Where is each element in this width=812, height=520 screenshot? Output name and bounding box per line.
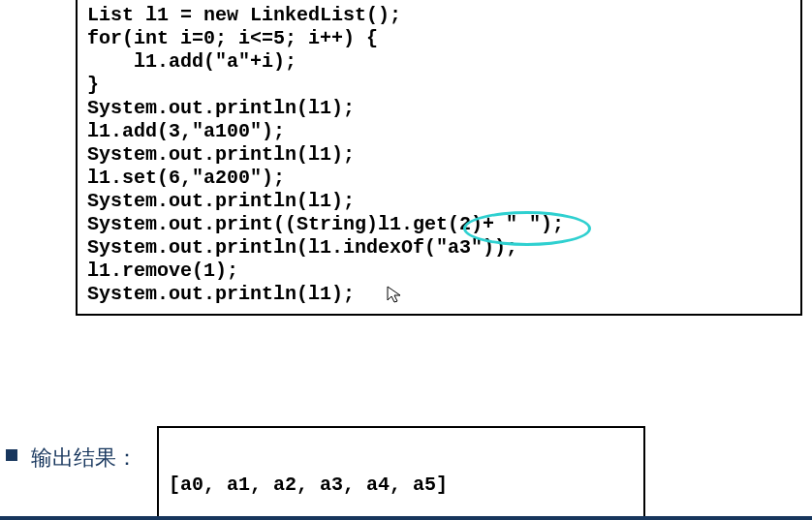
footer-bar — [0, 516, 812, 520]
mouse-cursor-icon — [386, 285, 405, 304]
code-line: List l1 = new LinkedList(); — [87, 4, 791, 27]
code-line: l1.remove(1); — [87, 260, 791, 283]
code-line: l1.add(3,"a100"); — [87, 120, 791, 143]
code-line: System.out.println(l1); — [87, 190, 791, 213]
code-block: List l1 = new LinkedList(); for(int i=0;… — [76, 0, 802, 316]
code-line: l1.add("a"+i); — [87, 50, 791, 74]
output-line: [a0, a1, a2, a3, a4, a5] — [169, 474, 634, 496]
code-line: System.out.println(l1); — [87, 143, 791, 167]
code-line: l1.set(6,"a200"); — [87, 167, 791, 190]
bullet-icon — [6, 449, 17, 461]
output-row: 输出结果： [a0, a1, a2, a3, a4, a5] [a0, a1, … — [0, 426, 812, 520]
code-line: for(int i=0; i<=5; i++) { — [87, 27, 791, 50]
code-line: } — [87, 74, 791, 97]
slide-page: List l1 = new LinkedList(); for(int i=0;… — [0, 0, 812, 520]
output-block: [a0, a1, a2, a3, a4, a5] [a0, a1, a2, a1… — [157, 426, 645, 520]
code-line: System.out.print((String)l1.get(2)+ " ")… — [87, 213, 791, 236]
code-line: System.out.println(l1); — [87, 97, 791, 120]
output-label: 输出结果： — [31, 444, 138, 473]
code-line: System.out.println(l1.indexOf("a3")); — [87, 236, 791, 260]
code-line: System.out.println(l1); — [87, 283, 791, 306]
